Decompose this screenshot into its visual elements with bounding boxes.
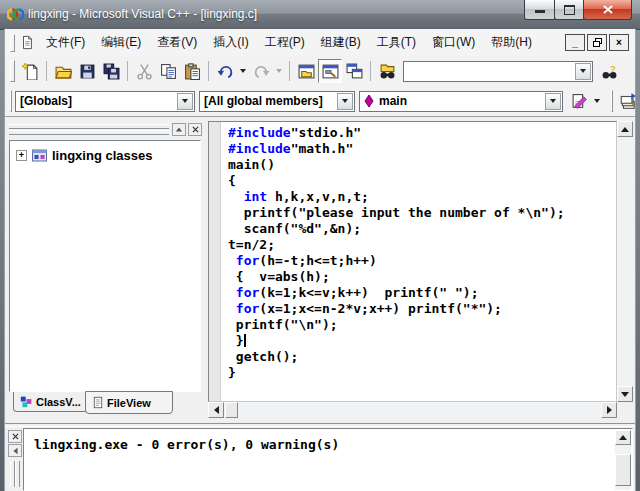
classview-tree[interactable]: + lingxing classes (9, 140, 201, 392)
undo-button[interactable] (213, 59, 237, 83)
scroll-right-button[interactable] (601, 402, 617, 418)
save-all-icon (103, 63, 120, 80)
workspace-panel-header[interactable] (7, 122, 203, 138)
paste-button[interactable] (180, 59, 204, 83)
code-line: printf("please input the number of *\n")… (228, 205, 614, 221)
new-file-icon (22, 63, 39, 80)
menu-item-6[interactable]: 工具(T) (369, 30, 424, 55)
function-combo[interactable]: main (359, 91, 563, 112)
menu-item-0[interactable]: 文件(F) (38, 30, 93, 55)
mdi-restore-icon (593, 38, 602, 47)
code-line: printf("\n"); (228, 317, 614, 333)
scroll-up-button[interactable] (617, 121, 633, 137)
wizardbar-action-dropdown[interactable] (594, 99, 600, 103)
search-button[interactable]: ? (597, 59, 621, 83)
redo-button[interactable] (249, 59, 273, 83)
toolbar-separator (46, 61, 47, 81)
toolbar-gripper[interactable] (10, 90, 12, 112)
code-editor[interactable]: #include"stdio.h"#include"math.h"main(){… (208, 121, 617, 402)
code-line: for(h=-t;h<=t;h++) (228, 253, 614, 269)
open-file-button[interactable] (51, 59, 75, 83)
tree-root-row[interactable]: + lingxing classes (16, 147, 200, 163)
workspace-window-icon (298, 63, 315, 80)
hscroll-thumb[interactable] (225, 402, 238, 418)
members-combo-dropdown[interactable] (337, 93, 353, 110)
tab-fileview[interactable]: FileView (85, 391, 173, 414)
new-file-button[interactable] (18, 59, 42, 83)
toggle-output-button[interactable] (318, 59, 342, 83)
menu-item-4[interactable]: 工程(P) (257, 30, 313, 55)
compile-button[interactable] (616, 89, 640, 113)
find-in-files-button[interactable] (375, 59, 399, 83)
toolbar-separator (289, 61, 290, 81)
find-combo[interactable] (403, 61, 593, 82)
output-vscroll-thumb[interactable] (615, 454, 631, 486)
minimize-button[interactable] (524, 0, 556, 20)
panel-gripper (9, 124, 169, 129)
menubar-gripper[interactable] (10, 34, 15, 52)
code-area[interactable]: #include"stdio.h"#include"math.h"main(){… (228, 125, 614, 401)
output-window-icon (322, 63, 339, 80)
open-file-icon (55, 63, 72, 80)
title-bar[interactable]: lingxing - Microsoft Visual C++ - [lingx… (0, 0, 640, 30)
toolbar-gripper[interactable] (611, 90, 613, 112)
editor-vscrollbar[interactable] (617, 121, 633, 402)
compile-icon (619, 92, 637, 110)
tab-classview-label: ClassV... (36, 396, 81, 408)
editor-hscrollbar[interactable] (208, 402, 617, 418)
output-tab-scroll-left-button[interactable] (8, 444, 22, 457)
members-combo-value: [All global members] (200, 94, 336, 108)
menu-item-3[interactable]: 插入(I) (205, 30, 256, 55)
tab-classview[interactable]: ClassV... (13, 392, 95, 412)
scope-combo-dropdown[interactable] (177, 93, 193, 110)
mdi-close-button[interactable]: × (609, 34, 629, 51)
wizardbar-action-icon (571, 93, 588, 110)
menu-items: 文件(F)编辑(E)查看(V)插入(I)工程(P)组建(B)工具(T)窗口(W)… (38, 30, 540, 55)
code-line: for(x=1;x<=n-2*v;x++) printf("*"); (228, 301, 614, 317)
wizardbar-action-button[interactable] (567, 89, 591, 113)
output-scroll-up-button[interactable] (615, 430, 631, 445)
panel-close-button[interactable] (188, 123, 202, 136)
output-window[interactable]: lingxing.exe - 0 error(s), 0 warning(s) (23, 428, 633, 491)
code-line: { (228, 173, 614, 189)
find-combo-dropdown[interactable] (575, 63, 591, 80)
scroll-left-button[interactable] (208, 402, 224, 418)
wizard-bar: [Globals] [All global members] main (5, 86, 635, 117)
output-splitter[interactable] (5, 423, 635, 427)
save-all-button[interactable] (99, 59, 123, 83)
save-button[interactable] (75, 59, 99, 83)
panel-expand-button[interactable] (172, 123, 186, 136)
toggle-workspace-button[interactable] (294, 59, 318, 83)
toolbar-gripper[interactable] (10, 60, 15, 82)
output-close-button[interactable] (8, 430, 22, 443)
document-system-menu-icon[interactable] (20, 35, 34, 50)
maximize-button[interactable] (554, 0, 585, 20)
close-icon (603, 5, 613, 14)
menu-item-5[interactable]: 组建(B) (313, 30, 369, 55)
scope-combo[interactable]: [Globals] (15, 91, 195, 112)
members-combo[interactable]: [All global members] (199, 91, 355, 112)
cascade-windows-button[interactable] (342, 59, 366, 83)
cut-button[interactable] (132, 59, 156, 83)
undo-dropdown[interactable] (240, 69, 246, 73)
menu-item-2[interactable]: 查看(V) (149, 30, 205, 55)
output-vscrollbar[interactable] (615, 430, 631, 490)
toolbar-separator (127, 61, 128, 81)
selection-margin[interactable] (209, 122, 221, 401)
scope-combo-value: [Globals] (16, 94, 176, 108)
function-diamond-icon (363, 95, 375, 107)
close-button[interactable] (583, 0, 632, 20)
function-combo-dropdown[interactable] (545, 93, 561, 110)
mdi-minimize-button[interactable]: _ (565, 34, 585, 51)
menu-item-7[interactable]: 窗口(W) (424, 30, 483, 55)
redo-dropdown[interactable] (276, 69, 282, 73)
scroll-down-button[interactable] (617, 386, 633, 402)
copy-button[interactable] (156, 59, 180, 83)
tree-expand-button[interactable]: + (16, 150, 27, 161)
visual-cpp-logo-icon (7, 6, 24, 23)
menu-item-8[interactable]: 帮助(H) (483, 30, 540, 55)
menu-item-1[interactable]: 编辑(E) (93, 30, 149, 55)
mdi-restore-button[interactable] (587, 34, 607, 51)
window-frame: lingxing - Microsoft Visual C++ - [lingx… (0, 0, 640, 491)
window-title: lingxing - Microsoft Visual C++ - [lingx… (28, 7, 257, 21)
